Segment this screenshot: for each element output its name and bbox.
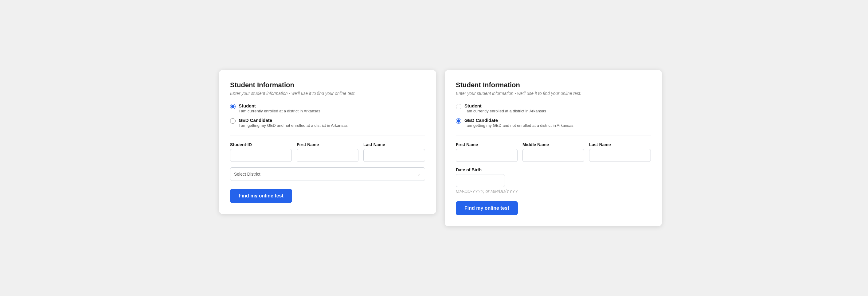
card1-student-id-label: Student-ID <box>230 142 292 147</box>
card2-radio-group: Student I am currently enrolled at a dis… <box>456 103 651 128</box>
card2-dob-placeholder: MM-DD-YYYY, or MM/DD/YYYY <box>456 189 651 194</box>
card2-last-name-label: Last Name <box>589 142 651 147</box>
card1-subtitle: Enter your student information - we'll u… <box>230 91 425 96</box>
card2-last-name-input[interactable] <box>589 149 651 162</box>
card1-first-name-input[interactable] <box>297 149 359 162</box>
card2-first-name-input[interactable] <box>456 149 518 162</box>
card1-fields-row: Student-ID First Name Last Name <box>230 142 425 162</box>
card2-middle-name-input[interactable] <box>523 149 584 162</box>
card2-title: Student Information <box>456 81 651 89</box>
card2-dob-label: Date of Birth <box>456 167 651 172</box>
card1-last-name-input[interactable] <box>363 149 425 162</box>
card1-district-select[interactable]: Select District <box>230 167 425 181</box>
card1-student-sub: I am currently enrolled at a district in… <box>239 109 320 113</box>
card1-radio-ged[interactable] <box>230 118 236 124</box>
card2-middle-name-group: Middle Name <box>523 142 584 162</box>
card1-first-name-group: First Name <box>297 142 359 162</box>
card2-student-sub: I am currently enrolled at a district in… <box>464 109 546 113</box>
card1-radio-student-option[interactable]: Student I am currently enrolled at a dis… <box>230 103 425 113</box>
card1-first-name-label: First Name <box>297 142 359 147</box>
card2-last-name-group: Last Name <box>589 142 651 162</box>
card1-radio-group: Student I am currently enrolled at a dis… <box>230 103 425 128</box>
card2-dob-group: Date of Birth MM-DD-YYYY, or MM/DD/YYYY <box>456 167 651 194</box>
card1-find-button[interactable]: Find my online test <box>230 189 292 203</box>
card1-ged-sub: I am getting my GED and not enrolled at … <box>239 123 348 128</box>
card2-student-label: Student <box>464 103 546 108</box>
card1-radio-ged-option[interactable]: GED Candidate I am getting my GED and no… <box>230 118 425 128</box>
card2-first-name-label: First Name <box>456 142 518 147</box>
card2-radio-ged-option[interactable]: GED Candidate I am getting my GED and no… <box>456 118 651 128</box>
card-student: Student Information Enter your student i… <box>219 70 436 214</box>
card1-student-id-group: Student-ID <box>230 142 292 162</box>
card2-name-fields-row: First Name Middle Name Last Name <box>456 142 651 162</box>
card1-divider <box>230 135 425 135</box>
card2-find-button[interactable]: Find my online test <box>456 201 518 215</box>
card1-student-id-input[interactable] <box>230 149 292 162</box>
card1-district-wrapper: Select District ⌄ <box>230 167 425 181</box>
card2-middle-name-label: Middle Name <box>523 142 584 147</box>
card2-subtitle: Enter your student information - we'll u… <box>456 91 651 96</box>
card1-ged-label: GED Candidate <box>239 118 348 123</box>
card2-ged-sub: I am getting my GED and not enrolled at … <box>464 123 574 128</box>
page-container: Student Information Enter your student i… <box>219 70 649 226</box>
card1-title: Student Information <box>230 81 425 89</box>
card2-radio-student-option[interactable]: Student I am currently enrolled at a dis… <box>456 103 651 113</box>
card1-student-label: Student <box>239 103 320 108</box>
card2-divider <box>456 135 651 135</box>
card2-radio-student[interactable] <box>456 104 461 109</box>
card-ged: Student Information Enter your student i… <box>445 70 662 226</box>
card2-dob-input[interactable] <box>456 174 505 187</box>
card2-ged-label: GED Candidate <box>464 118 574 123</box>
card1-radio-student[interactable] <box>230 104 236 109</box>
card2-radio-ged[interactable] <box>456 118 461 124</box>
card1-last-name-label: Last Name <box>363 142 425 147</box>
card1-last-name-group: Last Name <box>363 142 425 162</box>
card2-first-name-group: First Name <box>456 142 518 162</box>
